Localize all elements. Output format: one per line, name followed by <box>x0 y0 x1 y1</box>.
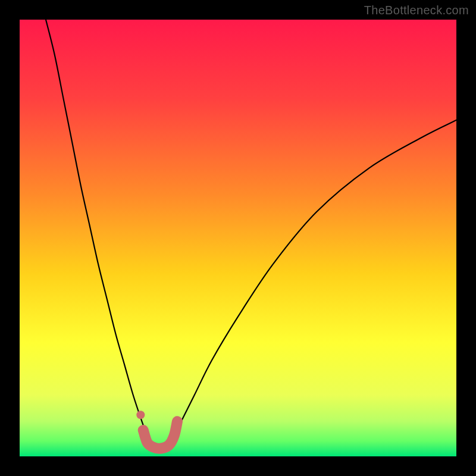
chart-stage: TheBottleneck.com <box>0 0 476 476</box>
watermark-text: TheBottleneck.com <box>364 4 469 17</box>
point-highlight-dot <box>136 411 145 419</box>
bottleneck-chart <box>0 0 476 476</box>
plot-background <box>20 20 456 456</box>
